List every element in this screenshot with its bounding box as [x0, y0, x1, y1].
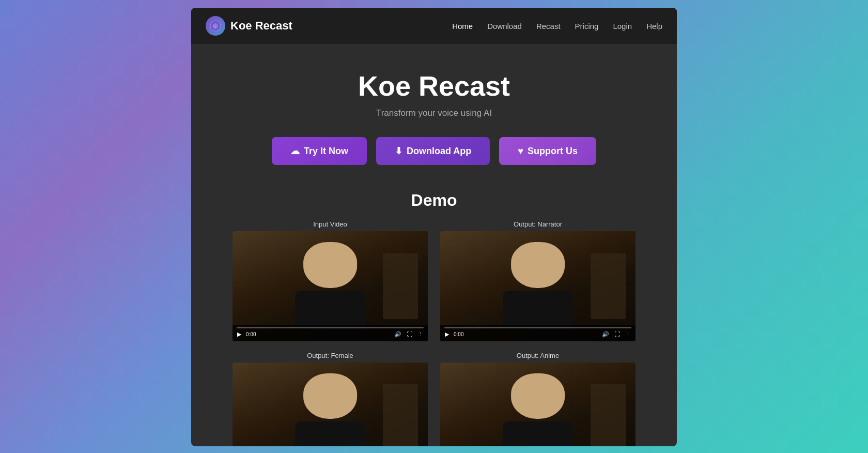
shelf-decor-3	[383, 384, 418, 446]
cloud-icon: ☁	[290, 145, 300, 157]
face-head-2	[511, 242, 565, 288]
face-silhouette-4	[484, 373, 592, 446]
face-shirt-4	[503, 421, 572, 446]
nav-pricing[interactable]: Pricing	[575, 22, 599, 31]
download-button-label: Download App	[407, 146, 471, 157]
video-player-female[interactable]: ▶ 0:00 🔊 ⛶ ⋮	[233, 363, 428, 446]
nav-links: Home Download Recast Pricing Login Help	[452, 22, 662, 31]
demo-title: Demo	[202, 191, 667, 210]
nav-download[interactable]: Download	[487, 22, 522, 31]
video-label-narrator: Output: Narrator	[440, 220, 636, 228]
video-player-anime[interactable]: ▶ 0:00 🔊 ⛶ ⋮	[440, 363, 636, 446]
nav-home[interactable]: Home	[452, 22, 473, 31]
navbar: Koe Recast Home Download Recast Pricing …	[191, 8, 677, 44]
face-silhouette-2	[484, 242, 592, 330]
face-head-3	[303, 373, 357, 419]
nav-recast[interactable]: Recast	[536, 22, 561, 31]
hero-subtitle: Transform your voice using AI	[376, 108, 492, 118]
brand-name: Koe Recast	[230, 19, 292, 33]
support-us-button[interactable]: ♥ Support Us	[499, 137, 596, 165]
nav-help[interactable]: Help	[646, 22, 662, 31]
video-controls-2: ▶ 0:00 🔊 ⛶ ⋮	[440, 325, 636, 341]
video-item-female: Output: Female	[233, 352, 428, 446]
demo-grid: Input Video	[233, 220, 636, 446]
shelf-decor-2	[591, 253, 626, 320]
support-button-label: Support Us	[528, 146, 578, 157]
hero-section: Koe Recast Transform your voice using AI…	[191, 44, 677, 186]
video-item-anime: Output: Anime	[440, 352, 636, 446]
video-item-narrator: Output: Narrator	[440, 220, 636, 341]
video-player-input[interactable]: ▶ 0:00 🔊 ⛶ ⋮	[233, 231, 428, 341]
video-label-female: Output: Female	[233, 352, 428, 359]
fullscreen-button-2[interactable]: ⛶	[614, 330, 621, 338]
play-button-1[interactable]: ▶	[237, 330, 242, 338]
video-player-narrator[interactable]: ▶ 0:00 🔊 ⛶ ⋮	[440, 231, 636, 341]
more-button-2[interactable]: ⋮	[625, 330, 631, 338]
face-silhouette-3	[276, 373, 384, 446]
main-container: Koe Recast Home Download Recast Pricing …	[191, 8, 677, 446]
video-controls-1: ▶ 0:00 🔊 ⛶ ⋮	[233, 325, 428, 341]
nav-brand: Koe Recast	[206, 16, 452, 36]
controls-left-1: ▶ 0:00	[237, 330, 256, 338]
fullscreen-button-1[interactable]: ⛶	[406, 330, 413, 338]
progress-bg-1	[237, 327, 424, 328]
hero-buttons: ☁ Try It Now ⬇ Download App ♥ Support Us	[272, 137, 596, 165]
video-label-input: Input Video	[233, 220, 428, 228]
heart-icon: ♥	[518, 146, 523, 157]
demo-section: Demo Input Video	[191, 186, 677, 446]
try-button-label: Try It Now	[304, 146, 348, 157]
face-head-1	[303, 242, 357, 288]
hero-title: Koe Recast	[358, 70, 510, 102]
face-head-4	[511, 373, 565, 419]
controls-row-2: ▶ 0:00 🔊 ⛶ ⋮	[444, 330, 631, 338]
video-thumbnail-anime	[440, 363, 636, 446]
try-it-now-button[interactable]: ☁ Try It Now	[272, 137, 367, 165]
controls-left-2: ▶ 0:00	[444, 330, 463, 338]
play-button-2[interactable]: ▶	[444, 330, 450, 338]
shelf-decor-1	[383, 253, 418, 320]
face-silhouette-1	[276, 242, 384, 330]
mute-button-1[interactable]: 🔊	[394, 330, 402, 338]
time-display-2: 0:00	[454, 331, 463, 337]
video-item-input: Input Video	[233, 220, 428, 341]
video-label-anime: Output: Anime	[440, 352, 636, 359]
nav-login[interactable]: Login	[613, 22, 632, 31]
controls-right-1: 🔊 ⛶ ⋮	[394, 330, 424, 338]
brand-logo-icon	[206, 16, 225, 36]
mute-button-2[interactable]: 🔊	[601, 330, 610, 338]
download-app-button[interactable]: ⬇ Download App	[376, 137, 490, 165]
face-shirt-3	[295, 421, 365, 446]
more-button-1[interactable]: ⋮	[417, 330, 424, 338]
progress-bg-2	[444, 327, 631, 328]
shelf-decor-4	[591, 384, 626, 446]
controls-row-1: ▶ 0:00 🔊 ⛶ ⋮	[237, 330, 424, 338]
video-thumbnail-female	[233, 363, 428, 446]
download-icon: ⬇	[395, 145, 402, 157]
time-display-1: 0:00	[246, 331, 256, 337]
controls-right-2: 🔊 ⛶ ⋮	[601, 330, 631, 338]
